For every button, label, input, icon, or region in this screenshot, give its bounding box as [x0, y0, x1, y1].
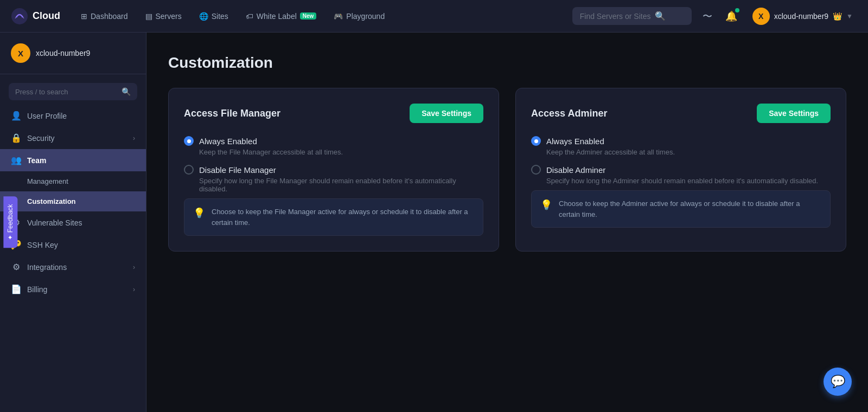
svg-point-0: [11, 8, 28, 24]
user-avatar: X: [752, 8, 770, 25]
sidebar-item-customization[interactable]: Customization: [0, 191, 146, 211]
activity-icon: 〜: [703, 10, 712, 23]
card-header-adminer: Access Adminer Save Settings: [531, 104, 831, 123]
sidebar-item-user-profile[interactable]: 👤 User Profile: [0, 105, 146, 127]
feedback-icon: ✦: [7, 235, 14, 240]
file-manager-disable-label[interactable]: Disable File Manager: [184, 165, 483, 175]
file-manager-info-text: Choose to keep the File Manager active f…: [212, 207, 474, 228]
team-icon: 👥: [11, 155, 22, 165]
layout: ✦ Feedback X xcloud-number9 Press / to s…: [0, 33, 868, 412]
adminer-always-desc: Keep the Adminer accessible at all times…: [531, 148, 831, 156]
file-manager-always-desc: Keep the File Manager accessible at all …: [184, 148, 483, 156]
playground-icon: 🎮: [334, 12, 343, 21]
file-manager-option-always: Always Enabled Keep the File Manager acc…: [184, 136, 483, 156]
card-title-adminer: Access Adminer: [531, 108, 607, 119]
card-header-file-manager: Access File Manager Save Settings: [184, 104, 483, 123]
search-icon: 🔍: [655, 11, 666, 21]
adminer-option-always: Always Enabled Keep the Adminer accessib…: [531, 136, 831, 156]
chat-icon: 💬: [831, 375, 845, 389]
integrations-icon: ⚙: [11, 262, 22, 272]
notifications-button[interactable]: 🔔: [723, 8, 739, 24]
crown-icon: 👑: [833, 12, 842, 21]
sidebar-item-billing[interactable]: 📄 Billing ›: [0, 278, 146, 300]
security-icon: 🔒: [11, 133, 22, 143]
sidebar-nav: 👤 User Profile 🔒 Security › 👥 Team Manag…: [0, 105, 146, 300]
top-nav: Cloud ⊞ Dashboard ▤ Servers 🌐 Sites 🏷 Wh…: [0, 0, 868, 33]
sidebar-avatar: X: [11, 43, 30, 63]
main-content: Customization Access File Manager Save S…: [146, 33, 868, 412]
card-title-file-manager: Access File Manager: [184, 108, 280, 119]
adminer-always-label[interactable]: Always Enabled: [531, 136, 831, 146]
global-search[interactable]: Find Servers or Sites 🔍: [572, 7, 692, 25]
adminer-info-box: 💡 Choose to keep the Adminer active for …: [531, 190, 831, 228]
chat-button[interactable]: 💬: [824, 368, 852, 396]
feedback-tab[interactable]: ✦ Feedback: [3, 197, 17, 248]
integrations-chevron-icon: ›: [133, 263, 135, 271]
sidebar-user: X xcloud-number9: [0, 43, 146, 74]
nav-sites[interactable]: 🌐 Sites: [192, 9, 236, 24]
save-adminer-button[interactable]: Save Settings: [757, 104, 831, 123]
billing-icon: 📄: [11, 284, 22, 294]
logo[interactable]: Cloud: [11, 8, 60, 25]
sidebar-item-team[interactable]: 👥 Team: [0, 149, 146, 171]
new-badge: New: [300, 12, 317, 20]
sidebar-item-vulnerable-sites[interactable]: ⚙ Vulnerable Sites: [0, 211, 146, 234]
sidebar-item-integrations[interactable]: ⚙ Integrations ›: [0, 256, 146, 278]
topnav-right: Find Servers or Sites 🔍 〜 🔔 X xcloud-num…: [572, 5, 857, 27]
search-placeholder-text: Find Servers or Sites: [580, 12, 651, 21]
file-manager-always-label[interactable]: Always Enabled: [184, 136, 483, 146]
sidebar-search-icon: 🔍: [122, 87, 131, 96]
nav-dashboard[interactable]: ⊞ Dashboard: [73, 9, 136, 24]
nav-playground[interactable]: 🎮 Playground: [326, 9, 392, 24]
nav-whitelabel[interactable]: 🏷 White Label New: [238, 9, 324, 24]
adminer-radio-unchecked-icon: [531, 165, 541, 175]
sidebar-item-security[interactable]: 🔒 Security ›: [0, 127, 146, 149]
user-menu[interactable]: X xcloud-number9 👑 ▼: [748, 5, 857, 27]
logo-text: Cloud: [33, 10, 60, 22]
activity-icon-button[interactable]: 〜: [700, 8, 714, 25]
radio-checked-icon: [184, 136, 194, 146]
dashboard-icon: ⊞: [81, 12, 87, 21]
whitelabel-icon: 🏷: [246, 12, 253, 21]
logo-icon: [11, 8, 28, 25]
page-title: Customization: [168, 54, 846, 72]
file-manager-info-box: 💡 Choose to keep the File Manager active…: [184, 198, 483, 236]
chevron-down-icon: ▼: [846, 12, 853, 20]
adminer-info-text: Choose to keep the Adminer active for al…: [559, 198, 821, 220]
adminer-info-icon: 💡: [540, 199, 552, 211]
sidebar-search[interactable]: Press / to search 🔍: [9, 83, 137, 100]
access-file-manager-card: Access File Manager Save Settings Always…: [168, 88, 499, 252]
nav-servers[interactable]: ▤ Servers: [138, 9, 189, 24]
servers-icon: ▤: [145, 12, 152, 21]
file-manager-option-disable: Disable File Manager Specify how long th…: [184, 165, 483, 193]
nav-links: ⊞ Dashboard ▤ Servers 🌐 Sites 🏷 White La…: [73, 9, 568, 24]
radio-unchecked-icon: [184, 165, 194, 175]
sidebar-search-placeholder: Press / to search: [15, 88, 117, 96]
sidebar-username: xcloud-number9: [36, 49, 90, 57]
chevron-right-icon: ›: [133, 134, 135, 142]
notification-dot: [735, 8, 739, 12]
adminer-radio-group: Always Enabled Keep the Adminer accessib…: [531, 136, 831, 185]
adminer-radio-checked-icon: [531, 136, 541, 146]
adminer-option-disable: Disable Adminer Specify how long the Adm…: [531, 165, 831, 185]
sidebar: ✦ Feedback X xcloud-number9 Press / to s…: [0, 33, 146, 412]
user-profile-icon: 👤: [11, 111, 22, 121]
sites-icon: 🌐: [199, 12, 208, 21]
info-icon: 💡: [193, 207, 205, 219]
adminer-disable-label[interactable]: Disable Adminer: [531, 165, 831, 175]
billing-chevron-icon: ›: [133, 286, 135, 293]
adminer-disable-desc: Specify how long the Adminer should rema…: [531, 177, 831, 185]
sidebar-item-ssh-key[interactable]: 🔑 SSH Key: [0, 234, 146, 256]
file-manager-disable-desc: Specify how long the File Manager should…: [184, 177, 483, 193]
sidebar-item-management[interactable]: Management: [0, 171, 146, 191]
user-name-label: xcloud-number9: [774, 12, 828, 21]
access-adminer-card: Access Adminer Save Settings Always Enab…: [515, 88, 846, 252]
save-file-manager-button[interactable]: Save Settings: [410, 104, 483, 123]
cards-grid: Access File Manager Save Settings Always…: [168, 88, 846, 252]
file-manager-radio-group: Always Enabled Keep the File Manager acc…: [184, 136, 483, 193]
